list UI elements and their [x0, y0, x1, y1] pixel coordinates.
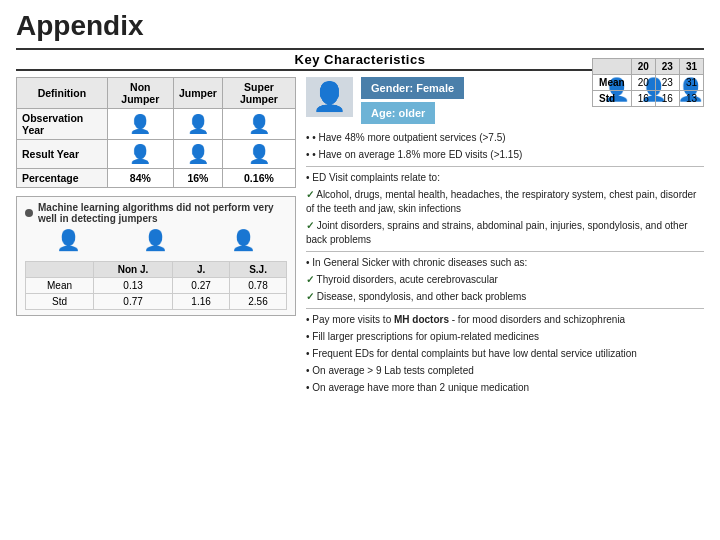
bullet-ed-complaints-title: • ED Visit complaints relate to:: [306, 171, 704, 185]
bullet-chronic-title: • In General Sicker with chronic disease…: [306, 256, 704, 270]
row-label-observation: Observation Year: [17, 109, 108, 140]
col-header-non-jumper: Non Jumper: [107, 78, 173, 109]
pct-super-jumper: 0.16%: [222, 169, 295, 188]
id-card-icon: 👤: [306, 77, 353, 117]
table-row-result: Result Year 👤 👤 👤: [17, 140, 296, 169]
bullet-prescriptions: • Fill larger prescriptions for opium-re…: [306, 330, 704, 344]
bullet-ed-complaints-2: ✓ Joint disorders, sprains and strains, …: [306, 219, 704, 247]
mean-table-col3: 31: [679, 59, 703, 75]
ml-title-text: Machine learning algorithms did not perf…: [38, 202, 287, 224]
std-row: Std 16 16 13: [593, 91, 704, 107]
page-title: Appendix: [16, 10, 704, 42]
divider-2: [306, 251, 704, 252]
mean-row: Mean 20 23 31: [593, 75, 704, 91]
mean-table-col2: 23: [655, 59, 679, 75]
ml-mean-label: Mean: [26, 278, 94, 294]
table-row-observation: Observation Year 👤 👤 👤: [17, 109, 296, 140]
bullet-icon: [25, 209, 33, 217]
ml-header-sj: S.J.: [230, 262, 287, 278]
bullet-lab-tests: • On average > 9 Lab tests completed: [306, 364, 704, 378]
ml-std-v1: 0.77: [94, 294, 173, 310]
figures-mean-block: 👤 👤 👤 20 23 31: [592, 77, 704, 107]
table-row-percentage: Percentage 84% 16% 0.16%: [17, 169, 296, 188]
ml-header-nj: Non J.: [94, 262, 173, 278]
divider-1: [306, 166, 704, 167]
characteristics-table: Definition Non Jumper Jumper Super Jumpe…: [16, 77, 296, 188]
ml-fig-super-jumper: 👤: [231, 228, 256, 252]
bullet-ed-complaints-1: ✓ Alcohol, drugs, mental health, headach…: [306, 188, 704, 216]
bullet-chronic-1: ✓ Thyroid disorders, acute cerebrovascul…: [306, 273, 704, 287]
bullet-chronic-2: ✓ Disease, spondylosis, and other back p…: [306, 290, 704, 304]
mean-table-empty-header: [593, 59, 632, 75]
ml-title: Machine learning algorithms did not perf…: [25, 202, 287, 224]
ml-row-std: Std 0.77 1.16 2.56: [26, 294, 287, 310]
age-info: Age: older: [361, 102, 435, 124]
right-panel: 👤 Gender: Female Age: older 👤 👤 👤: [306, 77, 704, 527]
age-label: Age: older: [371, 107, 425, 119]
bullet-ed-visits: • Have on average 1.8% more ED visits (>…: [306, 148, 704, 162]
obs-super-jumper: 👤: [222, 109, 295, 140]
mean-v1: 20: [631, 75, 655, 91]
row-label-percentage: Percentage: [17, 169, 108, 188]
gender-label: Gender: Female: [371, 82, 454, 94]
bullet-dental-ed: • Frequent EDs for dental complaints but…: [306, 347, 704, 361]
pct-non-jumper: 84%: [107, 169, 173, 188]
divider-3: [306, 308, 704, 309]
bullet-section-3: • In General Sicker with chronic disease…: [306, 256, 704, 304]
left-panel: Definition Non Jumper Jumper Super Jumpe…: [16, 77, 296, 527]
mean-v3: 31: [679, 75, 703, 91]
pct-jumper: 16%: [173, 169, 222, 188]
ml-header-j: J.: [173, 262, 230, 278]
res-jumper: 👤: [173, 140, 222, 169]
bullet-medication: • On average have more than 2 unique med…: [306, 381, 704, 395]
ml-std-v3: 2.56: [230, 294, 287, 310]
ml-mean-v3: 0.78: [230, 278, 287, 294]
std-v1: 16: [631, 91, 655, 107]
ml-mean-v1: 0.13: [94, 278, 173, 294]
ml-std-label: Std: [26, 294, 94, 310]
bullet-outpatient: • Have 48% more outpatient services (>7.…: [306, 131, 704, 145]
col-header-jumper: Jumper: [173, 78, 222, 109]
res-super-jumper: 👤: [222, 140, 295, 169]
mean-row-label: Mean: [593, 75, 632, 91]
std-v3: 13: [679, 91, 703, 107]
ml-header-label: [26, 262, 94, 278]
row-label-result: Result Year: [17, 140, 108, 169]
mean-table-col1: 20: [631, 59, 655, 75]
ml-section: Machine learning algorithms did not perf…: [16, 196, 296, 316]
col-header-super-jumper: Super Jumper: [222, 78, 295, 109]
gender-age-block: Gender: Female Age: older: [361, 77, 584, 127]
col-header-definition: Definition: [17, 78, 108, 109]
ml-figures: 👤 👤 👤: [25, 224, 287, 256]
ml-std-v2: 1.16: [173, 294, 230, 310]
ml-inner-table: Non J. J. S.J. Mean 0.13 0.27 0.78: [25, 261, 287, 310]
ml-fig-jumper: 👤: [143, 228, 168, 252]
std-row-label: Std: [593, 91, 632, 107]
ml-mean-v2: 0.27: [173, 278, 230, 294]
bullet-section-2: • ED Visit complaints relate to: ✓ Alcoh…: [306, 171, 704, 247]
bullet-section-1: • Have 48% more outpatient services (>7.…: [306, 131, 704, 162]
bullet-section-4: • Pay more visits to MH doctors - for mo…: [306, 313, 704, 395]
bullet-mh-doctors: • Pay more visits to MH doctors - for mo…: [306, 313, 704, 327]
res-non-jumper: 👤: [107, 140, 173, 169]
gender-info: Gender: Female: [361, 77, 464, 99]
mean-v2: 23: [655, 75, 679, 91]
mean-std-table: 20 23 31 Mean 20 23 31: [592, 58, 704, 107]
std-v2: 16: [655, 91, 679, 107]
obs-jumper: 👤: [173, 109, 222, 140]
obs-non-jumper: 👤: [107, 109, 173, 140]
ml-fig-non-jumper: 👤: [56, 228, 81, 252]
ml-row-mean: Mean 0.13 0.27 0.78: [26, 278, 287, 294]
